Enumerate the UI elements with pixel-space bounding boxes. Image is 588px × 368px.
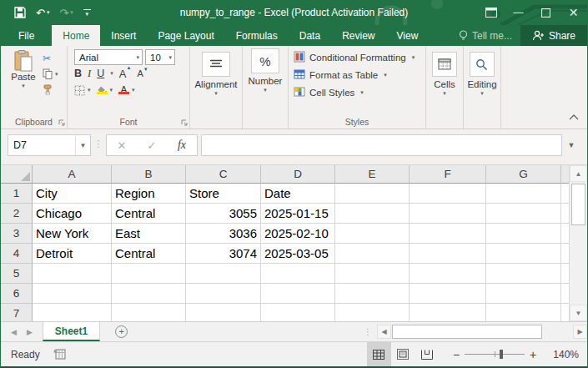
select-all-corner[interactable]: [1, 165, 33, 184]
macro-record-icon[interactable]: [53, 349, 66, 360]
sheet-tab-sheet1[interactable]: Sheet1: [43, 322, 100, 341]
cell-f7[interactable]: [410, 304, 486, 321]
cell-d6[interactable]: [261, 284, 335, 304]
cell-e6[interactable]: [335, 284, 410, 304]
cell-b7[interactable]: [112, 304, 186, 321]
zoom-in-icon[interactable]: +: [525, 348, 541, 361]
scroll-down-icon[interactable]: ▼: [570, 305, 587, 321]
row-header-4[interactable]: 4: [1, 244, 33, 264]
cell-f4[interactable]: [410, 244, 486, 264]
maximize-button[interactable]: [532, 0, 560, 25]
cell-c6[interactable]: [186, 284, 261, 304]
tab-page-layout[interactable]: Page Layout: [147, 25, 224, 46]
cell-g7[interactable]: [486, 304, 561, 321]
tab-review[interactable]: Review: [331, 25, 385, 46]
format-as-table-button[interactable]: Format as Table▾: [294, 68, 425, 82]
cell-g2[interactable]: [486, 204, 561, 224]
column-header-a[interactable]: A: [33, 165, 112, 184]
cell-e1[interactable]: [335, 184, 410, 204]
cell-e5[interactable]: [335, 264, 410, 284]
cell-f5[interactable]: [410, 264, 486, 284]
cell-styles-button[interactable]: Cell Styles▾: [294, 85, 425, 99]
cell-a2[interactable]: Chicago: [33, 204, 112, 224]
cut-button[interactable]: ✂: [43, 52, 58, 64]
cell-g1[interactable]: [486, 184, 561, 204]
new-sheet-button[interactable]: +: [108, 322, 134, 341]
zoom-level[interactable]: 140%: [550, 349, 587, 360]
cell-f3[interactable]: [410, 224, 486, 244]
font-dialog-launcher-icon[interactable]: [181, 119, 188, 126]
horizontal-scroll-track[interactable]: [391, 325, 573, 339]
minimize-button[interactable]: —: [505, 0, 532, 25]
cell-e7[interactable]: [335, 304, 410, 321]
row-header-5[interactable]: 5: [1, 264, 33, 284]
font-size-combo[interactable]: 10▾: [145, 49, 175, 65]
redo-button[interactable]: ↷▾: [56, 3, 76, 23]
name-box[interactable]: D7 ▼: [8, 134, 91, 156]
clipboard-dialog-launcher-icon[interactable]: [58, 119, 65, 126]
undo-button[interactable]: ↶▾: [33, 3, 53, 23]
underline-caret[interactable]: ▾: [110, 70, 113, 77]
font-name-combo[interactable]: Arial▾: [74, 49, 143, 65]
cell-f2[interactable]: [410, 204, 486, 224]
page-layout-view-button[interactable]: [391, 342, 415, 366]
paste-button[interactable]: Paste ▾: [8, 50, 39, 114]
cell-b4[interactable]: Central: [112, 244, 186, 264]
vertical-scroll-track[interactable]: [570, 182, 587, 305]
row-header-1[interactable]: 1: [1, 184, 33, 204]
decrease-font-button[interactable]: A▼: [137, 68, 143, 78]
cell-d2[interactable]: 2025-01-15: [261, 204, 335, 224]
cell-a7[interactable]: [33, 304, 112, 321]
number-button[interactable]: % Number ▾: [249, 48, 283, 93]
cell-g4[interactable]: [486, 244, 561, 264]
cell-b1[interactable]: Region: [112, 184, 186, 204]
vertical-scroll-thumb[interactable]: [571, 184, 585, 225]
column-header-d[interactable]: D: [261, 165, 335, 184]
ribbon-display-options-icon[interactable]: [477, 0, 505, 25]
cell-c1[interactable]: Store: [186, 184, 261, 204]
share-button[interactable]: Share: [520, 25, 587, 46]
cell-g6[interactable]: [486, 284, 561, 304]
font-color-button[interactable]: A ▾: [118, 86, 135, 94]
cell-b3[interactable]: East: [112, 224, 186, 244]
zoom-track[interactable]: [465, 354, 525, 355]
tabbar-divider[interactable]: ⋮: [364, 322, 377, 341]
horizontal-scroll-thumb[interactable]: [392, 325, 542, 339]
row-header-2[interactable]: 2: [1, 204, 33, 224]
column-header-b[interactable]: B: [112, 165, 186, 184]
cell-d4[interactable]: 2025-03-05: [261, 244, 335, 264]
column-header-e[interactable]: E: [335, 165, 410, 184]
alignment-button[interactable]: Alignment ▾: [194, 52, 237, 97]
collapse-ribbon-icon[interactable]: [569, 108, 579, 124]
cell-a1[interactable]: City: [33, 184, 112, 204]
tell-me-box[interactable]: Tell me...: [450, 25, 520, 46]
cell-e2[interactable]: [335, 204, 410, 224]
page-break-view-button[interactable]: [415, 342, 440, 366]
scroll-left-icon[interactable]: ◀: [377, 325, 391, 339]
tab-data[interactable]: Data: [289, 25, 331, 46]
increase-font-button[interactable]: A▲: [119, 68, 127, 80]
cell-f1[interactable]: [410, 184, 486, 204]
next-sheet-icon[interactable]: ▶: [27, 328, 33, 336]
cell-c2[interactable]: 3055: [186, 204, 261, 224]
editing-button[interactable]: Editing ▾: [467, 52, 496, 97]
confirm-entry-icon[interactable]: ✓: [137, 139, 167, 152]
horizontal-scrollbar[interactable]: ◀ ▶: [377, 322, 587, 341]
copy-button[interactable]: ▾: [43, 68, 58, 80]
cell-d3[interactable]: 2025-02-10: [261, 224, 335, 244]
close-button[interactable]: ✕: [560, 0, 587, 25]
column-header-f[interactable]: F: [410, 165, 486, 184]
column-header-g[interactable]: G: [486, 165, 561, 184]
row-header-3[interactable]: 3: [1, 224, 33, 244]
cell-g3[interactable]: [486, 224, 561, 244]
format-painter-button[interactable]: [43, 83, 58, 96]
vertical-scrollbar[interactable]: ▲ ▼: [569, 165, 587, 321]
cell-f6[interactable]: [410, 284, 486, 304]
column-header-c[interactable]: C: [186, 165, 261, 184]
row-header-6[interactable]: 6: [1, 284, 33, 304]
tab-view[interactable]: View: [386, 25, 430, 46]
tab-home[interactable]: Home: [52, 25, 100, 46]
underline-button[interactable]: U: [97, 68, 104, 79]
cell-a5[interactable]: [33, 264, 112, 284]
save-icon[interactable]: [11, 3, 29, 23]
